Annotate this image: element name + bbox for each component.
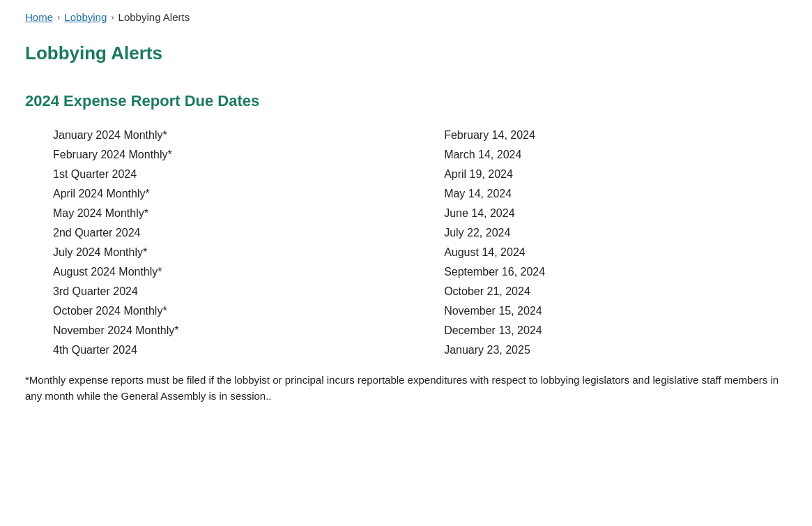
period-cell: 2nd Quarter 2024: [25, 223, 444, 243]
due-date-cell: March 14, 2024: [444, 145, 787, 165]
due-date-cell: October 21, 2024: [444, 282, 787, 301]
table-row: 4th Quarter 2024January 23, 2025: [25, 340, 787, 360]
due-date-cell: February 14, 2024: [444, 126, 787, 145]
due-date-cell: January 23, 2025: [444, 340, 787, 360]
footnote: *Monthly expense reports must be filed i…: [25, 373, 787, 404]
due-date-cell: May 14, 2024: [444, 184, 787, 204]
period-cell: 3rd Quarter 2024: [25, 282, 444, 301]
due-date-cell: August 14, 2024: [444, 243, 787, 262]
period-cell: October 2024 Monthly*: [25, 301, 444, 321]
table-row: November 2024 Monthly*December 13, 2024: [25, 321, 787, 340]
period-cell: January 2024 Monthly*: [25, 126, 444, 145]
table-row: October 2024 Monthly*November 15, 2024: [25, 301, 787, 321]
table-row: 2nd Quarter 2024July 22, 2024: [25, 223, 787, 243]
period-cell: July 2024 Monthly*: [25, 243, 444, 262]
table-row: January 2024 Monthly*February 14, 2024: [25, 126, 787, 145]
period-cell: 1st Quarter 2024: [25, 165, 444, 184]
period-cell: April 2024 Monthly*: [25, 184, 444, 204]
section-title: 2024 Expense Report Due Dates: [25, 92, 787, 110]
table-row: July 2024 Monthly*August 14, 2024: [25, 243, 787, 262]
breadcrumb: Home › Lobbying › Lobbying Alerts: [25, 11, 787, 23]
table-row: April 2024 Monthly*May 14, 2024: [25, 184, 787, 204]
breadcrumb-home[interactable]: Home: [25, 11, 53, 23]
due-date-cell: December 13, 2024: [444, 321, 787, 340]
table-row: 3rd Quarter 2024October 21, 2024: [25, 282, 787, 301]
due-date-cell: September 16, 2024: [444, 262, 787, 282]
table-row: February 2024 Monthly*March 14, 2024: [25, 145, 787, 165]
table-row: May 2024 Monthly*June 14, 2024: [25, 204, 787, 223]
due-date-cell: July 22, 2024: [444, 223, 787, 243]
due-date-cell: June 14, 2024: [444, 204, 787, 223]
table-row: August 2024 Monthly*September 16, 2024: [25, 262, 787, 282]
due-dates-table: January 2024 Monthly*February 14, 2024Fe…: [25, 126, 787, 360]
due-date-cell: November 15, 2024: [444, 301, 787, 321]
breadcrumb-lobbying[interactable]: Lobbying: [64, 11, 107, 23]
table-row: 1st Quarter 2024April 19, 2024: [25, 165, 787, 184]
period-cell: May 2024 Monthly*: [25, 204, 444, 223]
page-wrapper: Home › Lobbying › Lobbying Alerts Lobbyi…: [0, 0, 812, 526]
period-cell: November 2024 Monthly*: [25, 321, 444, 340]
period-cell: 4th Quarter 2024: [25, 340, 444, 360]
page-title: Lobbying Alerts: [25, 43, 787, 64]
due-date-cell: April 19, 2024: [444, 165, 787, 184]
breadcrumb-separator-2: ›: [111, 12, 114, 22]
period-cell: August 2024 Monthly*: [25, 262, 444, 282]
breadcrumb-separator-1: ›: [57, 12, 60, 22]
period-cell: February 2024 Monthly*: [25, 145, 444, 165]
breadcrumb-current: Lobbying Alerts: [118, 11, 190, 23]
